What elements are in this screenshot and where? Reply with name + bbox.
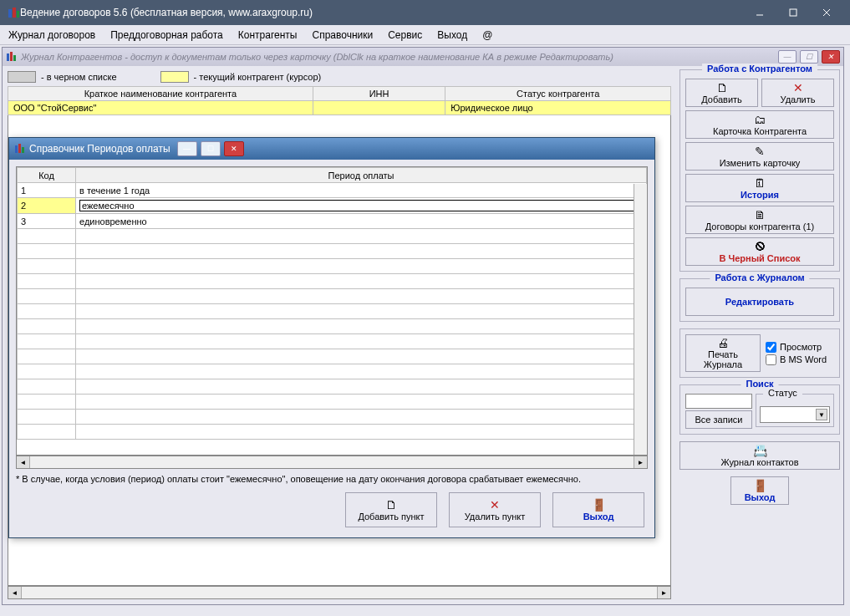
period-value-cell: [76, 274, 647, 289]
menu-at[interactable]: @: [482, 29, 492, 41]
dialog-close-button[interactable]: ✕: [224, 141, 244, 156]
delete-button[interactable]: ✕Удалить: [761, 79, 834, 107]
period-row[interactable]: [18, 319, 647, 334]
delete-item-button[interactable]: ✕Удалить пункт: [449, 492, 541, 527]
status-select[interactable]: ▼: [760, 406, 830, 423]
menu-precontract[interactable]: Преддоговорная работа: [110, 29, 223, 41]
period-row[interactable]: 3единовременно: [18, 214, 647, 229]
period-value-cell: [76, 244, 647, 259]
contacts-journal-button[interactable]: 📇Журнал контактов: [679, 441, 840, 470]
journal-group: Работа с Журналом Редактировать: [679, 278, 840, 322]
period-row[interactable]: [18, 425, 647, 440]
period-code-cell: [18, 244, 76, 259]
period-value-cell: [76, 259, 647, 274]
exit-button[interactable]: 🚪Выход: [730, 476, 789, 505]
period-code-cell: [18, 425, 76, 440]
search-group: Поиск Все записи Статус ▼: [679, 384, 840, 435]
col-code[interactable]: Код: [18, 168, 76, 183]
window-close-button[interactable]: [810, 0, 843, 25]
period-row[interactable]: [18, 364, 647, 379]
menu-counterparties[interactable]: Контрагенты: [238, 29, 298, 41]
hscroll-left[interactable]: ◄: [8, 587, 22, 598]
dialog-title-text: Справочник Периодов оплаты: [29, 143, 171, 155]
period-row[interactable]: [18, 259, 647, 274]
menu-service[interactable]: Сервис: [388, 29, 422, 41]
dialog-exit-button[interactable]: 🚪Выход: [552, 492, 644, 527]
exit-icon: 🚪: [753, 480, 767, 491]
window-maximize-button[interactable]: [776, 0, 810, 25]
hscroll-right[interactable]: ►: [657, 587, 670, 598]
period-row[interactable]: [18, 410, 647, 425]
word-checkbox[interactable]: В MS Word: [766, 354, 834, 365]
period-code-cell: [18, 319, 76, 334]
dialog-maximize-button[interactable]: ☐: [201, 141, 221, 156]
col-status[interactable]: Статус контрагента: [445, 87, 671, 101]
add-button[interactable]: 🗋Добавить: [685, 79, 758, 107]
period-row[interactable]: [18, 244, 647, 259]
main-menubar: Журнал договоров Преддоговорная работа К…: [0, 25, 850, 45]
mdi-close-button[interactable]: ✕: [822, 50, 840, 64]
mdi-minimize-button[interactable]: —: [778, 50, 797, 64]
dialog-minimize-button[interactable]: —: [177, 141, 197, 156]
period-row[interactable]: [18, 349, 647, 364]
all-records-button[interactable]: Все записи: [685, 410, 752, 429]
document-icon: 🗋: [385, 499, 397, 511]
counterparty-group-title: Работа с Контрагентом: [702, 64, 817, 74]
period-code-cell: [18, 259, 76, 274]
grid-hscroll[interactable]: ◄ ►: [8, 586, 671, 599]
svg-rect-4: [790, 9, 797, 16]
window-minimize-button[interactable]: [743, 0, 776, 25]
period-edit-input[interactable]: [79, 200, 643, 211]
period-row[interactable]: [18, 229, 647, 244]
card-icon: 🗂: [754, 114, 766, 125]
period-row[interactable]: [18, 274, 647, 289]
svg-rect-7: [7, 53, 9, 61]
card-button[interactable]: 🗂Карточка Контрагента: [685, 110, 834, 139]
preview-checkbox[interactable]: Просмотр: [766, 342, 834, 353]
edit-card-button[interactable]: ✎Изменить карточку: [685, 142, 834, 171]
app-title: Ведение договоров 5.6 (бесплатная версия…: [20, 7, 313, 18]
period-row[interactable]: [18, 304, 647, 319]
col-inn[interactable]: ИНН: [313, 87, 445, 101]
blacklist-button[interactable]: 🛇В Черный Список: [685, 237, 834, 266]
period-row[interactable]: [18, 289, 647, 304]
period-code-cell: [18, 274, 76, 289]
print-button[interactable]: 🖨Печать Журнала: [685, 334, 761, 372]
period-row[interactable]: [18, 379, 647, 395]
period-row[interactable]: 2: [18, 198, 647, 214]
mdi-maximize-button[interactable]: ☐: [800, 50, 818, 64]
period-row[interactable]: [18, 334, 647, 349]
periods-hscroll[interactable]: ◄ ►: [16, 456, 648, 469]
col-name[interactable]: Краткое наименование контрагента: [8, 87, 313, 101]
edit-journal-button[interactable]: Редактировать: [685, 288, 834, 316]
periods-grid[interactable]: Код Период оплаты 1в течение 1 года23еди…: [16, 166, 648, 456]
counterparties-grid[interactable]: Краткое наименование контрагента ИНН Ста…: [8, 86, 671, 115]
period-value-cell: [76, 229, 647, 244]
period-code-cell: [18, 364, 76, 379]
blacklist-icon: 🛇: [754, 241, 766, 252]
period-value-cell: [76, 364, 647, 379]
menu-exit[interactable]: Выход: [437, 29, 467, 41]
menu-directories[interactable]: Справочники: [312, 29, 373, 41]
dialog-icon: [14, 143, 26, 155]
history-icon: 🗓: [754, 177, 766, 189]
period-row[interactable]: [18, 395, 647, 410]
history-button[interactable]: 🗓История: [685, 174, 834, 202]
svg-rect-9: [13, 55, 16, 61]
col-period[interactable]: Период оплаты: [76, 168, 647, 183]
period-value-cell: [76, 304, 647, 319]
menu-contracts[interactable]: Журнал договоров: [8, 29, 95, 41]
add-item-button[interactable]: 🗋Добавить пункт: [345, 492, 437, 527]
contracts-button[interactable]: 🗎Договоры контрагента (1): [685, 206, 834, 234]
periods-hscroll-left[interactable]: ◄: [17, 456, 30, 468]
periods-vscroll[interactable]: [634, 184, 647, 455]
document-icon: 🗋: [716, 82, 728, 94]
svg-rect-11: [18, 144, 21, 153]
dialog-titlebar: Справочник Периодов оплаты — ☐ ✕: [9, 138, 654, 160]
legend-swatch-blacklist: [8, 71, 36, 83]
printer-icon: 🖨: [717, 337, 729, 349]
periods-hscroll-right[interactable]: ►: [634, 456, 647, 468]
search-input[interactable]: [685, 394, 752, 409]
period-row[interactable]: 1в течение 1 года: [18, 183, 647, 198]
counterparty-row[interactable]: ООО "СтойСервис" Юридическое лицо: [8, 101, 671, 115]
